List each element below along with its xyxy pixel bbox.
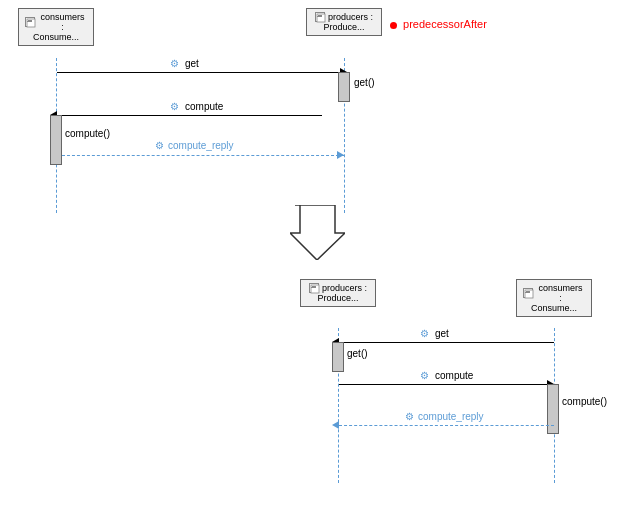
reply-icon-bottom: ⚙: [405, 411, 414, 422]
svg-rect-8: [526, 291, 530, 293]
predecessor-label: predecessorAfter: [390, 18, 487, 30]
predecessor-dot: [390, 22, 397, 29]
arrowhead-reply-bottom: [332, 421, 339, 429]
svg-rect-5: [311, 285, 319, 293]
consumers-box-top: consumers : Consume...: [18, 8, 94, 46]
compute-method-bottom: compute(): [562, 396, 607, 407]
box-icon-producers-top: [315, 12, 325, 22]
get-icon-top: ⚙: [170, 58, 179, 69]
arrow-get-top: [57, 72, 347, 73]
svg-rect-6: [312, 286, 316, 288]
arrow-compute-top: [57, 115, 322, 116]
compute-label-top: compute: [185, 101, 223, 112]
arrow-reply-bottom: [339, 425, 554, 426]
get-icon-bottom: ⚙: [420, 328, 429, 339]
consumers-box-bottom: consumers : Consume...: [516, 279, 592, 317]
compute-label-bottom: compute: [435, 370, 473, 381]
activation-get-top: [338, 72, 350, 102]
diagram-container: consumers : Consume... producers : Produ…: [0, 0, 643, 514]
svg-rect-3: [318, 15, 322, 17]
reply-label-bottom: compute_reply: [418, 411, 484, 422]
transition-arrow: [290, 205, 345, 262]
activation-compute-bottom: [547, 384, 559, 434]
compute-method-top: compute(): [65, 128, 110, 139]
arrow-reply-top: [62, 155, 344, 156]
producers-box-bottom: producers : Produce...: [300, 279, 376, 307]
get-method-top: get(): [354, 77, 375, 88]
box-icon-producers-bottom: [309, 283, 319, 293]
compute-icon-top: ⚙: [170, 101, 179, 112]
producers-box-top: producers : Produce...: [306, 8, 382, 36]
arrow-compute-bottom: [339, 384, 554, 385]
reply-label-top: compute_reply: [168, 140, 234, 151]
arrowhead-reply-top: [337, 151, 344, 159]
activation-get-bottom: [332, 342, 344, 372]
svg-marker-4: [290, 205, 345, 260]
get-label-bottom: get: [435, 328, 449, 339]
box-icon-consumers-top: [25, 17, 35, 27]
reply-icon-top: ⚙: [155, 140, 164, 151]
svg-rect-2: [317, 14, 325, 22]
get-method-bottom: get(): [347, 348, 368, 359]
get-label-top: get: [185, 58, 199, 69]
svg-rect-1: [28, 20, 32, 22]
compute-icon-bottom: ⚙: [420, 370, 429, 381]
arrow-get-bottom: [339, 342, 554, 343]
svg-rect-7: [525, 290, 533, 298]
svg-rect-0: [27, 19, 35, 27]
box-icon-consumers-bottom: [523, 288, 533, 298]
activation-compute-top: [50, 115, 62, 165]
